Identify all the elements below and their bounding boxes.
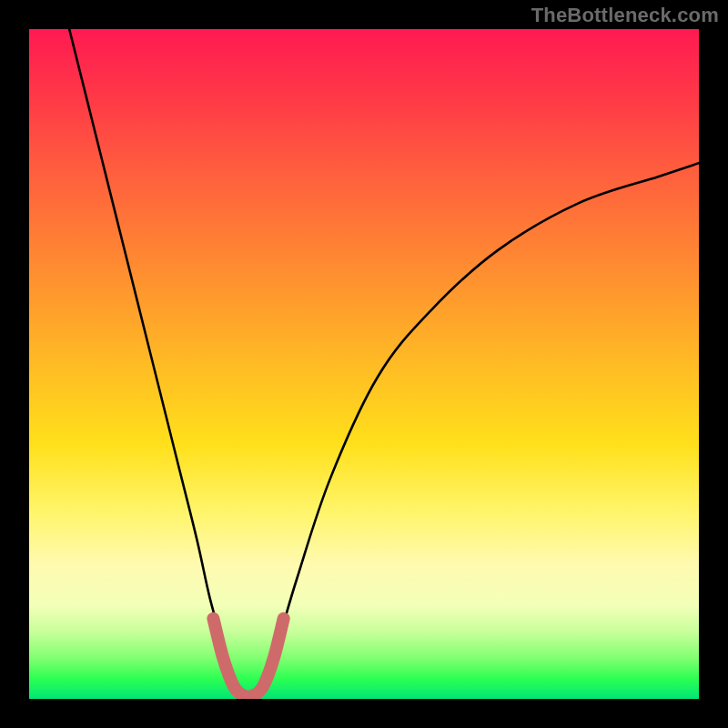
chart-gradient-background [29, 29, 699, 699]
chart-frame: TheBottleneck.com [0, 0, 728, 728]
watermark-text: TheBottleneck.com [531, 4, 719, 27]
